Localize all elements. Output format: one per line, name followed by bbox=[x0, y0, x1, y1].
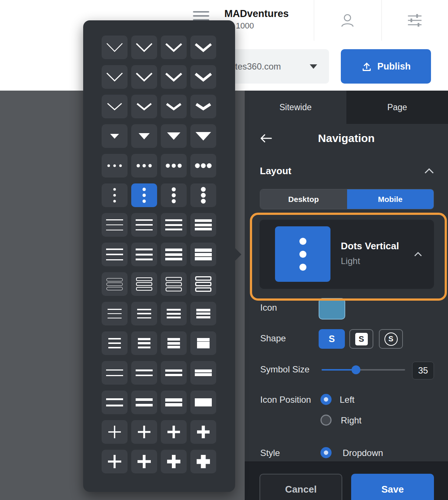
style-label: Style bbox=[260, 448, 280, 458]
icon-option-menu-lines-2[interactable] bbox=[131, 213, 157, 237]
plus-icon bbox=[166, 425, 181, 439]
icon-option-menu-lines-1[interactable] bbox=[102, 213, 128, 237]
plus-icon bbox=[107, 454, 122, 469]
icon-option-chevron-down-3[interactable] bbox=[161, 65, 187, 89]
icon-style-dropdown[interactable]: Dots Vertical Light bbox=[259, 220, 434, 289]
icon-option-dots-horizontal-4[interactable] bbox=[190, 154, 216, 178]
icon-option-menu-lines-small-1[interactable] bbox=[102, 331, 128, 355]
icon-option-dots-horizontal-2[interactable] bbox=[131, 154, 157, 178]
icon-option-menu-lines-small-1[interactable] bbox=[102, 302, 128, 325]
icon-option-chevron-down-4[interactable] bbox=[190, 36, 216, 59]
icon-option-menu-two-lines-4[interactable] bbox=[190, 361, 216, 385]
icon-option-menu-lines-2[interactable] bbox=[131, 243, 157, 266]
icon-option-chevron-down-2[interactable] bbox=[131, 36, 157, 59]
icon-option-plus-1[interactable] bbox=[102, 450, 128, 473]
icon-option-plus-1[interactable] bbox=[102, 420, 128, 444]
icon-option-chevron-down-4[interactable] bbox=[190, 95, 216, 118]
tab-page[interactable]: Page bbox=[346, 91, 448, 124]
menu-lines-icon bbox=[165, 219, 182, 230]
icon-option-menu-two-lines-1[interactable] bbox=[102, 391, 128, 414]
icon-option-menu-two-lines-1[interactable] bbox=[102, 361, 128, 385]
icon-option-menu-bars-outline-2[interactable] bbox=[131, 272, 157, 296]
icon-option-plus-3[interactable] bbox=[161, 420, 187, 444]
shape-option-filled[interactable]: S bbox=[319, 329, 345, 349]
icon-option-plus-4[interactable] bbox=[190, 450, 216, 473]
dots-vertical-icon bbox=[200, 186, 206, 204]
icon-option-menu-lines-small-3[interactable] bbox=[161, 331, 187, 355]
icon-option-dots-vertical-2[interactable] bbox=[131, 183, 157, 207]
icon-option-dots-vertical-3[interactable] bbox=[161, 183, 187, 207]
icon-option-menu-lines-small-4[interactable] bbox=[190, 331, 216, 355]
chevron-down-icon bbox=[136, 43, 153, 52]
menu-lines-small-icon bbox=[197, 338, 210, 348]
icon-option-menu-lines-small-4[interactable] bbox=[190, 302, 216, 325]
radio-icon-position-left[interactable] bbox=[320, 394, 332, 405]
plus-icon bbox=[196, 454, 211, 469]
icon-option-menu-two-lines-3[interactable] bbox=[161, 391, 187, 414]
icon-option-menu-lines-4[interactable] bbox=[190, 243, 216, 266]
icon-option-menu-lines-small-3[interactable] bbox=[161, 302, 187, 325]
icon-option-caret-down-2[interactable] bbox=[131, 124, 157, 148]
icon-option-menu-bars-outline-4[interactable] bbox=[190, 272, 216, 296]
symbol-size-slider[interactable] bbox=[322, 365, 405, 375]
shape-option-circle[interactable]: S bbox=[379, 329, 403, 349]
symbol-size-handle[interactable] bbox=[352, 365, 360, 374]
icon-option-chevron-down-2[interactable] bbox=[131, 65, 157, 89]
dropdown-title: Dots Vertical bbox=[341, 240, 399, 252]
dots-horizontal-icon bbox=[194, 163, 212, 169]
icon-option-chevron-down-1[interactable] bbox=[102, 95, 128, 118]
icon-option-menu-two-lines-2[interactable] bbox=[131, 391, 157, 414]
icon-option-menu-bars-outline-3[interactable] bbox=[161, 272, 187, 296]
icon-option-caret-down-1[interactable] bbox=[102, 124, 128, 148]
save-button[interactable]: Save bbox=[351, 474, 434, 500]
icon-option-menu-two-lines-3[interactable] bbox=[161, 361, 187, 385]
icon-option-chevron-down-1[interactable] bbox=[102, 65, 128, 89]
icon-option-plus-4[interactable] bbox=[190, 420, 216, 444]
icon-option-plus-3[interactable] bbox=[161, 450, 187, 473]
segment-mobile[interactable]: Mobile bbox=[347, 189, 434, 209]
chevron-down-icon bbox=[107, 102, 122, 111]
icon-option-menu-lines-3[interactable] bbox=[161, 243, 187, 266]
icon-option-plus-2[interactable] bbox=[131, 450, 157, 473]
icon-option-caret-down-3[interactable] bbox=[161, 124, 187, 148]
icon-option-dots-horizontal-3[interactable] bbox=[161, 154, 187, 178]
icon-option-plus-2[interactable] bbox=[131, 420, 157, 444]
cancel-button[interactable]: Cancel bbox=[259, 474, 342, 500]
menu-lines-icon bbox=[195, 219, 212, 230]
plus-icon bbox=[107, 425, 122, 439]
icon-option-menu-two-lines-2[interactable] bbox=[131, 361, 157, 385]
icon-option-menu-lines-small-2[interactable] bbox=[131, 331, 157, 355]
radio-icon-position-right[interactable] bbox=[320, 415, 332, 426]
icon-option-menu-lines-small-2[interactable] bbox=[131, 302, 157, 325]
settings-button[interactable] bbox=[407, 12, 423, 28]
segment-desktop[interactable]: Desktop bbox=[260, 189, 347, 209]
hamburger-menu-icon[interactable] bbox=[193, 11, 209, 21]
icon-option-dots-vertical-1[interactable] bbox=[102, 183, 128, 207]
icon-option-caret-down-4[interactable] bbox=[190, 124, 216, 148]
shape-option-square[interactable]: S bbox=[349, 329, 373, 349]
publish-button[interactable]: Publish bbox=[341, 49, 431, 84]
icon-option-menu-lines-4[interactable] bbox=[190, 213, 216, 237]
icon-option-chevron-down-4[interactable] bbox=[190, 65, 216, 89]
header-divider bbox=[314, 0, 314, 41]
icon-option-chevron-down-2[interactable] bbox=[131, 95, 157, 118]
collapse-section-button[interactable] bbox=[424, 168, 434, 175]
circle-s-icon: S bbox=[384, 332, 398, 346]
icon-option-chevron-down-3[interactable] bbox=[161, 36, 187, 59]
user-button[interactable] bbox=[339, 12, 356, 28]
chevron-down-icon bbox=[165, 72, 182, 82]
plus-icon bbox=[166, 454, 181, 469]
icon-option-chevron-down-3[interactable] bbox=[161, 95, 187, 118]
icon-color-swatch[interactable] bbox=[319, 298, 345, 320]
icon-option-dots-vertical-4[interactable] bbox=[190, 183, 216, 207]
icon-option-menu-bars-outline-1[interactable] bbox=[102, 272, 128, 296]
icon-option-chevron-down-1[interactable] bbox=[102, 36, 128, 59]
tab-sitewide[interactable]: Sitewide bbox=[245, 91, 346, 124]
icon-option-dots-horizontal-1[interactable] bbox=[102, 154, 128, 178]
menu-two-lines-icon bbox=[136, 398, 153, 406]
icon-option-menu-lines-1[interactable] bbox=[102, 243, 128, 266]
radio-style-dropdown[interactable] bbox=[320, 447, 332, 458]
chevron-down-icon bbox=[106, 72, 123, 82]
icon-option-menu-lines-3[interactable] bbox=[161, 213, 187, 237]
icon-option-menu-two-lines-4[interactable] bbox=[190, 391, 216, 414]
